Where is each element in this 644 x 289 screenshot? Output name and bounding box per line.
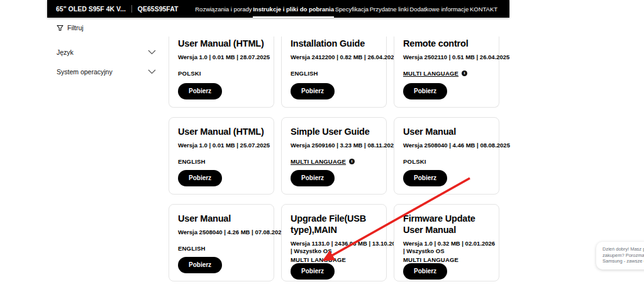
card-language: MULTI LANGUAGE [403,256,491,263]
card-meta-os: | Wszystko OS [291,247,378,255]
language-link[interactable]: MULTI LANGUAGE [291,158,346,165]
chat-widget-bubble[interactable]: Dzień dobry! Masz pytania zakupem? Poroz… [596,242,644,269]
product-zone: 65" OLED S95F 4K V... QE65S95FAT [47,0,178,18]
nav-item-instrukcje-active[interactable]: Instrukcje i pliki do pobrania [253,0,334,18]
card-language: ENGLISH [178,245,265,252]
card-language: ENGLISH [178,158,265,165]
product-nav: Rozwiązania i porady Instrukcje i pliki … [178,0,509,18]
download-card: Installation Guide Wersja 2412200 | 0.82… [281,37,387,108]
language-label: MULTI LANGUAGE [403,256,458,263]
nav-item-przydatne-linki[interactable]: Przydatne linki [370,0,409,18]
card-meta: Wersja 1.0 | 0.32 MB | 02.01.2026 [403,240,491,247]
card-title: User Manual (HTML) [178,126,265,137]
card-meta-os: | Wszystko OS [403,247,491,255]
download-card: Simple User Guide Wersja 2509160 | 3.23 … [281,117,387,195]
download-button-upgrade-file[interactable]: Pobierz [291,263,335,280]
model-code: QE65S95FAT [138,5,179,13]
download-card: Remote control Wersja 2502110 | 0.51 MB … [394,37,499,108]
filter-group-system-operacyjny[interactable]: System operacyjny [57,68,156,76]
card-meta: Wersja 2412200 | 0.82 MB | 26.04.2025 [291,54,378,61]
info-icon[interactable]: i [462,71,467,76]
card-meta: Wersja 1.0 | 0.01 MB | 28.07.2025 [178,54,265,61]
nav-item-kontakt[interactable]: KONTAKT [470,0,497,18]
nav-item-dodatkowe-informacje[interactable]: Dodatkowe informacje [409,0,469,18]
filter-sidebar: Filtruj Język System operacyjny [57,24,156,76]
card-title: Remote control [403,38,491,49]
nav-item-rozwiazania[interactable]: Rozwiązania i porady [195,0,252,18]
card-language: ENGLISH [291,70,378,77]
language-label: POLSKI [403,158,426,165]
language-label: ENGLISH [178,245,206,252]
download-card: User Manual (HTML) Wersja 1.0 | 0.01 MB … [169,37,274,108]
card-language: MULTI LANGUAGE [291,256,378,263]
filter-group-label: System operacyjny [57,68,113,76]
language-link[interactable]: MULTI LANGUAGE [403,70,458,77]
download-button[interactable]: Pobierz [403,263,447,280]
card-meta: Wersja 1131.0 | 2436.03 MB | 13.10.2025 [291,240,378,247]
download-button[interactable]: Pobierz [291,170,335,186]
card-title: Firmware Update User Manual [403,213,491,235]
info-icon[interactable]: i [349,159,355,164]
card-language: MULTI LANGUAGE i [403,70,491,77]
card-language: POLSKI [178,70,265,77]
chevron-down-icon [148,69,156,74]
download-card: User Manual (HTML) Wersja 1.0 | 0.01 MB … [169,117,274,195]
product-name: 65" OLED S95F 4K V... [56,5,126,13]
download-button[interactable]: Pobierz [178,257,222,273]
filter-toggle[interactable]: Filtruj [57,24,156,31]
filter-group-jezyk[interactable]: Język [57,48,156,56]
download-button[interactable]: Pobierz [403,170,447,186]
download-card: User Manual Wersja 2508040 | 4.26 MB | 0… [169,204,274,281]
chat-line: zakupem? Porozmawiaj z [602,252,644,259]
language-label: MULTI LANGUAGE [291,256,346,263]
download-card: User Manual Wersja 2508040 | 4.46 MB | 0… [394,117,499,195]
card-meta: Wersja 2509160 | 3.23 MB | 08.11.2025 [291,142,378,149]
chat-line: Samsung - zawsze chętnie [602,258,644,264]
filter-title: Filtruj [67,24,84,31]
card-language: MULTI LANGUAGE i [291,158,378,165]
download-button[interactable]: Pobierz [178,170,222,186]
card-meta: Wersja 2502110 | 0.51 MB | 26.04.2025 [403,54,491,61]
download-button[interactable]: Pobierz [403,83,447,99]
downloads-grid: User Manual (HTML) Wersja 1.0 | 0.01 MB … [169,37,499,281]
card-title: User Manual [178,213,265,224]
filter-group-label: Język [57,48,74,56]
download-button[interactable]: Pobierz [178,83,222,99]
language-label: POLSKI [178,70,201,77]
card-title: User Manual (HTML) [178,38,265,49]
download-button[interactable]: Pobierz [291,83,335,99]
divider [131,5,132,13]
product-nav-bar: 65" OLED S95F 4K V... QE65S95FAT Rozwiąz… [47,0,509,18]
card-title: User Manual [403,126,491,137]
card-title: Installation Guide [291,38,378,49]
card-meta: Wersja 2508040 | 4.26 MB | 07.08.2025 [178,229,265,236]
nav-item-specyfikacja[interactable]: Specyfikacja [335,0,369,18]
card-language: POLSKI [403,158,491,165]
language-label: ENGLISH [291,70,318,77]
card-title: Upgrade File(USB type),MAIN [291,213,378,235]
download-card: Firmware Update User Manual Wersja 1.0 |… [394,204,499,281]
card-meta: Wersja 1.0 | 0.01 MB | 25.07.2025 [178,142,265,149]
card-meta: Wersja 2508040 | 4.46 MB | 08.08.2025 [403,142,491,149]
download-card: Upgrade File(USB type),MAIN Wersja 1131.… [281,204,387,281]
chat-line: Dzień dobry! Masz pytania [602,246,644,252]
chevron-down-icon [148,50,156,55]
language-label: ENGLISH [178,158,206,165]
funnel-icon [57,25,64,31]
card-title: Simple User Guide [291,126,378,137]
